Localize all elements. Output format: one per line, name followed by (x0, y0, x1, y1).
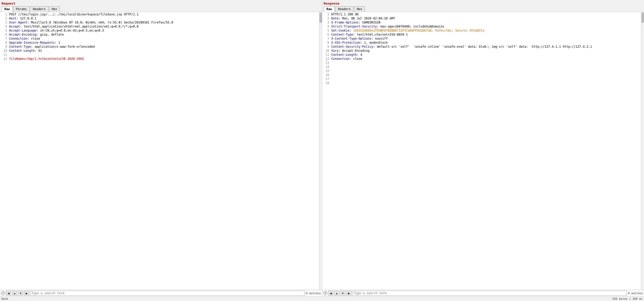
line-number: 10 (323, 49, 329, 53)
response-content[interactable]: 1HTTP/1.1 200 OK2Date: Mon, 06 Jul 2020 … (322, 12, 641, 290)
line-part: HTTP/1.1 200 OK (331, 13, 359, 16)
request-search-next2[interactable]: ▶ (24, 291, 29, 296)
line-part: X-XSS-Protection (331, 41, 361, 44)
response-search-next2[interactable]: ▶ (346, 291, 352, 296)
line-part: : (31, 45, 35, 48)
line-part: 4 (360, 53, 362, 57)
line-content: X-Frame-Options: SAMEORIGIN (331, 21, 640, 25)
line-content: fileName=/tmp/1.txt&content=CVE-2020-590… (9, 57, 318, 61)
table-row: 7Connection: close (0, 37, 319, 41)
response-search-bar: ? ◀ ▲ ▼ ▶ 0 matches (322, 290, 644, 296)
line-number: 18 (323, 81, 329, 85)
line-content: Upgrade-Insecure-Requests: 1 (9, 41, 318, 45)
response-scrollbar-thumb (641, 13, 644, 23)
table-row: 10Content-Length: 41 (0, 49, 319, 53)
response-tab-raw[interactable]: Raw (324, 6, 335, 12)
line-part: Content-Length (331, 53, 357, 57)
line-content: Content-Type: text/html;charset=ISO-8859… (331, 33, 640, 37)
main-panels: Request Raw Params Headers Hex 1POST //t… (0, 0, 644, 296)
request-tab-raw[interactable]: Raw (2, 6, 13, 12)
request-search-input[interactable] (30, 291, 305, 296)
line-content (331, 69, 640, 73)
line-number: 7 (323, 37, 329, 41)
line-part: : (36, 29, 40, 32)
line-content: POST //tmi/login.jsp/.../../tmi/local1b/… (9, 13, 318, 17)
request-scrollbar-thumb (319, 13, 322, 23)
line-part: SAMEORIGIN (362, 21, 380, 24)
response-content-wrapper: 1HTTP/1.1 200 OK2Date: Mon, 06 Jul 2020 … (322, 12, 644, 290)
line-part: : (16, 17, 20, 20)
line-content (331, 81, 640, 85)
table-row: 11 (0, 53, 319, 57)
response-search-input[interactable] (353, 291, 627, 296)
line-content: Strict-Transport-Security: max-age=16070… (331, 25, 640, 29)
line-part: 41 (38, 49, 42, 52)
line-number: 15 (323, 69, 329, 73)
line-part: application/x-www-form-urlencoded (35, 45, 95, 48)
request-search-prev[interactable]: ◀ (6, 291, 11, 296)
response-search-prev2[interactable]: ▲ (334, 291, 339, 296)
line-part: Accept-Encoding (9, 33, 36, 36)
request-search-prev2[interactable]: ▲ (12, 291, 17, 296)
table-row: 16 (322, 73, 641, 77)
line-content (331, 65, 640, 69)
line-number: 12 (1, 57, 7, 61)
table-row: 3User-Agent: Mozilla/5.0 (Windows NT 10.… (0, 21, 319, 25)
line-content: User-Agent: Mozilla/5.0 (Windows NT 10.0… (9, 21, 318, 25)
request-content[interactable]: 1POST //tmi/login.jsp/.../../tmi/local1b… (0, 12, 319, 290)
response-search-matches: 0 matches (628, 292, 643, 295)
line-number: 7 (1, 37, 7, 41)
table-row: 10Vary: Accept-Encoding (322, 49, 641, 53)
line-part: : (377, 25, 380, 28)
line-content (331, 73, 640, 77)
table-row: 15 (322, 69, 641, 73)
request-tab-headers[interactable]: Headers (30, 6, 48, 12)
request-tab-params[interactable]: Params (13, 6, 30, 12)
line-number: 13 (323, 61, 329, 65)
table-row: 6Accept-Encoding: gzip, deflate (0, 33, 319, 37)
line-part: Content-Security-Policy (331, 45, 373, 48)
response-search-next[interactable]: ▼ (340, 291, 345, 296)
line-content: Connection: close (9, 37, 318, 41)
table-row: 4Strict-Transport-Security: max-age=1607… (322, 25, 641, 29)
line-number: 12 (323, 57, 329, 61)
line-part: : (371, 37, 375, 40)
request-search-next[interactable]: ▼ (18, 291, 23, 296)
request-scrollbar[interactable] (319, 12, 322, 290)
line-number: 3 (323, 21, 329, 25)
request-search-help[interactable]: ? (1, 291, 5, 295)
line-part: : (338, 49, 342, 52)
request-search-bar: ? ◀ ▲ ▼ ▶ 0 matches (0, 290, 322, 296)
line-part: : (373, 45, 377, 48)
line-part: : (20, 25, 23, 28)
table-row: 9Content-Security-Policy: default-src 's… (322, 45, 641, 49)
response-search-prev[interactable]: ◀ (328, 291, 333, 296)
line-number: 2 (323, 17, 329, 21)
line-part: : (55, 41, 58, 44)
line-part: text/html;charset=ISO-8859-1 (357, 33, 408, 36)
line-part: Accept-Language (9, 29, 36, 32)
response-tab-headers[interactable]: Headers (335, 6, 354, 12)
line-part: Host (9, 17, 16, 20)
line-part: : (350, 57, 353, 61)
table-row: 1HTTP/1.1 200 OK (322, 13, 641, 17)
table-row: 5Set-Cookie: JSESSIONID=3755BF87B5BEE712… (322, 29, 641, 33)
line-number: 5 (323, 29, 329, 33)
line-part: zh-CN,zh;q=0.8,en-US;q=0.5,en;q=0.3 (40, 29, 104, 32)
line-part: Accept-Encoding (342, 49, 369, 52)
response-tab-hex[interactable]: Hex (354, 6, 365, 12)
line-part: X-Content-Type-Options (331, 37, 371, 40)
request-header: Request Raw Params Headers Hex (0, 0, 322, 12)
request-tab-hex[interactable]: Hex (49, 6, 60, 12)
line-number: 11 (323, 53, 329, 57)
line-part: : (353, 33, 357, 36)
line-part: X-Frame-Options (331, 21, 359, 24)
line-content (331, 61, 640, 65)
response-scrollbar[interactable] (641, 12, 644, 290)
request-title: Request (2, 1, 320, 6)
line-number: 4 (1, 25, 7, 29)
response-search-help[interactable]: ? (323, 291, 327, 295)
line-part: Vary (331, 49, 339, 52)
line-part: JSESSIONID=3755BF87B5BEE712F7C4A9FF032D6… (353, 29, 484, 32)
line-part: POST //tmi/login.jsp/.../../tmi/local1b/… (9, 13, 139, 16)
